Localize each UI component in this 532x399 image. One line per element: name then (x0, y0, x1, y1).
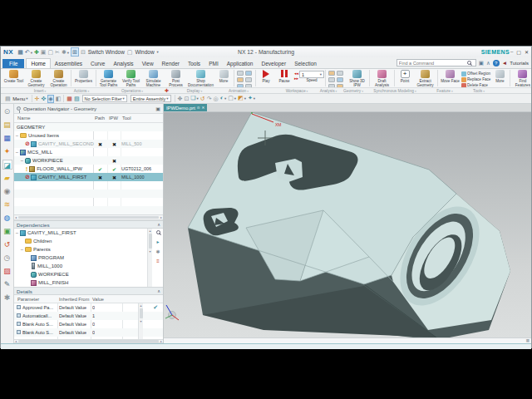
tab-pmi[interactable]: PMI (204, 59, 223, 68)
list-view-icon[interactable]: ≡ (156, 259, 160, 264)
tab-developer[interactable]: Developer (258, 59, 291, 68)
tree-row-geometry[interactable]: GEOMETRY (14, 123, 163, 131)
paste-icon[interactable]: ▢ (47, 48, 53, 56)
verify-tool-paths-button[interactable]: Verify Tool Paths (120, 70, 142, 87)
dep-row[interactable]: −Parents (14, 245, 147, 254)
close-button[interactable]: ✕ (525, 49, 529, 55)
tab-render[interactable]: Render (158, 59, 184, 68)
switch-window-button[interactable]: Switch Window (88, 49, 125, 55)
wcs-triad[interactable] (165, 305, 179, 320)
col-parameter[interactable]: Parameter (17, 297, 39, 302)
col-name[interactable]: Name (17, 116, 30, 121)
process-studio-icon[interactable]: ↺ (2, 239, 12, 249)
find-command-input[interactable] (399, 61, 467, 66)
copy-icon[interactable]: ▣ (41, 48, 47, 56)
find-command-box[interactable] (397, 59, 476, 66)
collapse-icon[interactable]: ∧ (157, 288, 160, 293)
tree-row-mcs-mill[interactable]: − MCS_MILL (14, 148, 163, 156)
orient-icon[interactable]: ↷ (207, 95, 212, 103)
dep-row[interactable]: MILL_FINISH (14, 278, 147, 287)
dep-row[interactable]: MILL_1000 (14, 262, 147, 270)
visualization-icon[interactable]: ✦▾ (248, 94, 255, 103)
more-sync-button[interactable]: More (490, 70, 509, 83)
add-icon[interactable]: ✚ (34, 48, 39, 56)
tab-application[interactable]: Application (223, 59, 258, 68)
window-style-icon[interactable]: ▢▾ (228, 94, 236, 103)
speed-stepper[interactable]: 1▾ (299, 71, 324, 78)
graphics-horizontal-scrollbar[interactable]: ▦ (164, 337, 531, 343)
expand-icon[interactable]: − (19, 158, 25, 163)
tree-row-floor-wall-ipw[interactable]: ! FLOOR_WALL_IPW ✔ ✔ UGT0212_006 (14, 165, 163, 173)
machine-tool-navigator-icon[interactable]: ▰ (2, 173, 12, 183)
lasso-icon[interactable]: ◧ (56, 95, 62, 103)
expand-icon[interactable]: − (14, 133, 20, 138)
point-button[interactable]: +Point (396, 70, 414, 83)
constraint-navigator-icon[interactable]: ▦ (2, 133, 12, 143)
tab-analysis[interactable]: Analysis (109, 59, 137, 68)
tree-row-workpiece[interactable]: − WORKPIECE ✖ (14, 156, 163, 165)
reuse-library-icon[interactable]: ◉ (2, 186, 12, 196)
dep-row[interactable]: −CAVITY_MILL_FIRST (14, 229, 147, 237)
roles-icon[interactable]: ▨ (2, 266, 12, 276)
col-path[interactable]: Path (95, 116, 105, 121)
move-face-button[interactable]: Move Face (439, 70, 461, 83)
undo-icon[interactable]: ↶▾ (25, 48, 32, 57)
customize-quick-access-icon[interactable]: ▾ (157, 50, 159, 54)
window-cascade-icon[interactable]: ❏▾ (190, 94, 199, 103)
tree-row-cavity-mill-second[interactable]: ⊘ CAVITY_MILL_SECOND ✖ ✖ MILL_500 (14, 140, 163, 148)
tab-file[interactable]: File (2, 59, 24, 68)
filter-face-icon[interactable]: ▦ (66, 95, 72, 103)
shop-documentation-button[interactable]: Shop Documentation (187, 70, 214, 87)
selection-tool-icon[interactable]: ✱▾ (62, 48, 69, 57)
create-tool-button[interactable]: Create Tool (2, 70, 25, 83)
tutorials-button[interactable]: Tutorials (510, 61, 529, 66)
part-navigator-icon[interactable]: ✦ (2, 146, 12, 156)
extract-geometry-button[interactable]: Extract Geometry (414, 70, 436, 87)
tab-assemblies[interactable]: Assemblies (51, 59, 86, 68)
delete-face-button[interactable]: Delete Face (461, 82, 490, 88)
shaded-cube-icon[interactable]: ◩▾ (238, 94, 246, 103)
save-icon[interactable]: ▦ (17, 48, 23, 56)
history-icon[interactable]: ▣ (2, 226, 12, 236)
selection-filter-dropdown[interactable]: No Selection Filter▾ (82, 95, 127, 102)
find-features-button[interactable]: Find Features (511, 70, 531, 87)
highlighted-select-icon[interactable]: ◈ (47, 95, 53, 103)
tree-row-unused-items[interactable]: − Unused Items (14, 131, 163, 140)
col-ipw[interactable]: IPW (109, 116, 118, 121)
window-layout-icon[interactable]: ▣ (479, 60, 484, 66)
step-forward-icon[interactable]: ▸ (156, 239, 159, 244)
simulate-machine-button[interactable]: Simulate Machine (142, 70, 165, 87)
workpiece-options-grid[interactable] (328, 71, 344, 88)
part-tab[interactable]: IPWDemo.prt ⊙ ✕ (164, 104, 207, 111)
assembly-navigator-icon[interactable]: ▤ (2, 120, 12, 130)
tree-horizontal-scrollbar[interactable]: ◂▸ (14, 214, 163, 220)
hd3d-tools-icon[interactable]: ≋ (2, 200, 12, 209)
selection-priority-icon[interactable]: ✛ (35, 95, 40, 103)
display-options-grid[interactable] (237, 71, 253, 88)
snap-point-icon[interactable]: ✜ (41, 95, 46, 103)
selection-scope-dropdown[interactable]: Entire Assembly▾ (131, 95, 171, 102)
col-tool[interactable]: Tool (122, 116, 131, 121)
notes-icon[interactable]: ✱ (2, 293, 12, 303)
create-operation-button[interactable]: Create Operation (47, 70, 70, 87)
tree-row-cavity-mill-first[interactable]: ⊘ CAVITY_MILL_FIRST ✖ ✖ MILL_1000 (14, 173, 163, 181)
collapse-icon[interactable]: ∧ (157, 222, 160, 227)
settings-icon[interactable]: ✱ (155, 249, 160, 254)
generate-tool-paths-button[interactable]: Generate Tool Paths (97, 70, 120, 87)
tab-curve[interactable]: Curve (86, 59, 109, 68)
tab-view[interactable]: View (138, 59, 158, 68)
close-tab-icon[interactable]: ✕ (202, 106, 205, 110)
rotate-icon[interactable]: ↺ (200, 95, 205, 103)
details-scrollbar[interactable]: ▴▾ (138, 303, 143, 339)
cut-icon[interactable]: ✂ (55, 48, 60, 56)
zoom-dependencies-icon[interactable] (156, 230, 160, 234)
col-inherited-from[interactable]: Inherited From (59, 297, 89, 302)
apply-check-icon[interactable]: ✔ (153, 304, 158, 311)
web-browser-icon[interactable]: ◍ (2, 213, 12, 223)
pin-tab-icon[interactable]: ⊙ (197, 106, 200, 110)
skip-buttons[interactable]: ◂◂▸▸ (294, 71, 298, 81)
create-geometry-button[interactable]: Create Geometry (25, 70, 47, 87)
system-scenes-icon[interactable]: ✎ (2, 279, 12, 289)
show-3d-ipw-button[interactable]: Show 3D IPW (346, 70, 368, 87)
dependencies-scrollbar[interactable]: ▴▾ (147, 229, 152, 287)
